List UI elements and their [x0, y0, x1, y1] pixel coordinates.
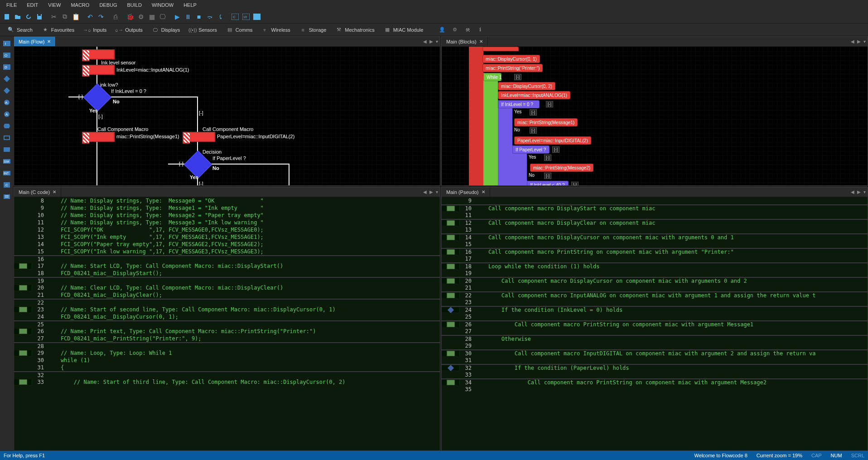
code-line[interactable]: 20 // Name: Clear LCD, Type: Call Compon…: [14, 284, 440, 291]
code-line[interactable]: 24 If the condition (InkLevel = 0) holds: [442, 306, 868, 313]
blocks-canvas[interactable]: miac::DisplayCursor(0, 1) miac::PrintStr…: [442, 47, 868, 185]
block-input-digital[interactable]: PaperLevel=miac::InputDIGITAL(2): [514, 136, 591, 145]
next-icon[interactable]: ▶: [429, 39, 433, 44]
block-toggle[interactable]: [-]: [544, 155, 551, 161]
redo-icon[interactable]: ↷: [96, 12, 106, 22]
settings-icon[interactable]: ⚙: [451, 26, 458, 34]
block-toggle[interactable]: [-]: [514, 74, 521, 80]
palette-component-icon[interactable]: [2, 133, 11, 142]
search-button[interactable]: 🔍Search: [4, 25, 36, 35]
bracket-toggle[interactable]: [-]: [179, 161, 183, 166]
code-line[interactable]: 17: [442, 255, 868, 262]
block-while[interactable]: While 1: [483, 73, 502, 81]
block-toggle[interactable]: [-]: [530, 109, 537, 116]
next-icon[interactable]: ▶: [857, 189, 861, 194]
code-line[interactable]: 13: [442, 226, 868, 233]
play-icon[interactable]: ▶: [172, 12, 182, 22]
code-line[interactable]: 29: [442, 342, 868, 349]
pseudo-editor[interactable]: 910 Call component macro DisplayStart on…: [442, 197, 868, 450]
step-over-icon[interactable]: ⤼: [205, 12, 215, 22]
flow-block-ink-sensor[interactable]: [87, 65, 115, 75]
code-line[interactable]: 34 Call component macro PrintString on c…: [442, 378, 868, 386]
inputs-button[interactable]: →⎐Inputs: [80, 25, 110, 35]
code-line[interactable]: 25: [442, 313, 868, 320]
code-line[interactable]: 18 Loop while the condition (1) holds: [442, 262, 868, 270]
code-line[interactable]: 31: [442, 357, 868, 364]
panel-view-icon[interactable]: [252, 12, 262, 22]
palette-output-icon[interactable]: O: [2, 51, 11, 60]
prev-icon[interactable]: ◀: [423, 189, 427, 194]
code-line[interactable]: 29 // Name: Loop, Type: Loop: While 1: [14, 349, 440, 357]
code-line[interactable]: 33 // Name: Start of third line, Type: C…: [14, 378, 440, 386]
code-line[interactable]: 32: [14, 371, 440, 378]
code-line[interactable]: 16: [14, 255, 440, 262]
menu-window[interactable]: WINDOW: [147, 1, 178, 9]
code-line[interactable]: 35: [442, 386, 868, 393]
menu-view[interactable]: VIEW: [43, 1, 65, 9]
code-line[interactable]: 24 FCD_08241_miac__DisplayCursor(0, 1);: [14, 313, 440, 320]
code-line[interactable]: 23 // Name: Start of second line, Type: …: [14, 306, 440, 313]
bracket-toggle[interactable]: [-]: [199, 181, 203, 185]
save-icon[interactable]: [34, 12, 44, 22]
prev-icon[interactable]: ◀: [851, 189, 854, 194]
code-line[interactable]: 20 Call component macro DisplayCursor on…: [442, 277, 868, 284]
print-icon[interactable]: ⎙: [111, 12, 121, 22]
block-if-inklevel[interactable]: If InkLevel = 0 ?: [498, 100, 540, 108]
panel-io-icon[interactable]: 10: [241, 12, 251, 22]
block-if-paperlevel[interactable]: If PaperLevel ?: [512, 145, 550, 154]
tab-main-blocks[interactable]: Main (Blocks) ✕: [442, 37, 488, 46]
refresh-icon[interactable]: [24, 12, 34, 22]
code-line[interactable]: 19: [442, 270, 868, 277]
code-line[interactable]: 18 FCD_08241_miac__DisplayStart();: [14, 270, 440, 277]
code-line[interactable]: 12 FCI_SCOPY("OK ",17, FCV_MESSAGE0,FCVs…: [14, 226, 440, 233]
dropdown-icon[interactable]: ▾: [436, 39, 438, 44]
code-line[interactable]: 26 Call component macro PrintString on c…: [442, 320, 868, 328]
palette-input-icon[interactable]: I: [2, 39, 11, 48]
ccode-editor[interactable]: 8 // Name: Display strings, Type: Messag…: [14, 197, 440, 450]
code-line[interactable]: 22: [14, 299, 440, 306]
outputs-button[interactable]: ⎐→Outputs: [112, 25, 146, 35]
favourites-button[interactable]: ★Favourites: [38, 25, 78, 35]
sensors-button[interactable]: ((•))Sensors: [185, 25, 220, 35]
code-line[interactable]: 9: [442, 197, 868, 204]
palette-connection-icon[interactable]: A:: [2, 98, 11, 107]
close-icon[interactable]: ✕: [482, 189, 485, 194]
paste-icon[interactable]: 📋: [71, 12, 81, 22]
open-file-icon[interactable]: [13, 12, 23, 22]
chip-icon[interactable]: ▦: [147, 12, 157, 22]
menu-help[interactable]: HELP: [179, 1, 201, 9]
block-toggle[interactable]: [-]: [544, 173, 551, 179]
next-icon[interactable]: ▶: [857, 39, 861, 44]
block-print-msg1[interactable]: miac::PrintString(Message1): [514, 118, 578, 126]
code-line[interactable]: 21: [442, 284, 868, 291]
panel-code-icon[interactable]: C: [230, 12, 240, 22]
code-line[interactable]: 30 while (1): [14, 357, 440, 364]
storage-button[interactable]: ≡Storage: [296, 25, 330, 35]
palette-c-icon[interactable]: C: [2, 180, 11, 189]
code-line[interactable]: 11 // Name: Display strings, Type: Messa…: [14, 219, 440, 226]
displays-button[interactable]: 🖵Displays: [148, 25, 184, 35]
tab-main-ccode[interactable]: Main (C code) ✕: [14, 187, 61, 197]
flow-block[interactable]: [87, 49, 115, 59]
palette-comment-icon[interactable]: [2, 192, 11, 201]
code-line[interactable]: 15 FCI_SCOPY("Ink low warning ",17, FCV_…: [14, 248, 440, 255]
stop-icon[interactable]: ■: [194, 12, 204, 22]
code-line[interactable]: 28 Otherwise: [442, 335, 868, 342]
code-line[interactable]: 25: [14, 320, 440, 328]
wireless-button[interactable]: ᯤWireless: [258, 25, 294, 35]
code-line[interactable]: 14 Call component macro DisplayCursor on…: [442, 233, 868, 241]
code-line[interactable]: 8 // Name: Display strings, Type: Messag…: [14, 197, 440, 204]
prev-icon[interactable]: ◀: [423, 39, 427, 44]
pseudo-scroll[interactable]: 910 Call component macro DisplayStart on…: [442, 197, 868, 450]
gear-icon[interactable]: ⚙: [136, 12, 146, 22]
code-line[interactable]: 27: [442, 328, 868, 335]
prev-icon[interactable]: ◀: [851, 39, 854, 44]
menu-build[interactable]: BUILD: [123, 1, 146, 9]
menu-debug[interactable]: DEBUG: [95, 1, 121, 9]
palette-int-icon[interactable]: INT: [2, 169, 11, 178]
code-line[interactable]: 32 If the condition (PaperLevel) holds: [442, 364, 868, 371]
block-toggle[interactable]: [-]: [571, 182, 579, 185]
close-icon[interactable]: ✕: [479, 39, 483, 44]
tab-main-flow[interactable]: Main (Flow) ✕: [14, 37, 56, 46]
copy-icon[interactable]: ⧉: [60, 12, 70, 22]
